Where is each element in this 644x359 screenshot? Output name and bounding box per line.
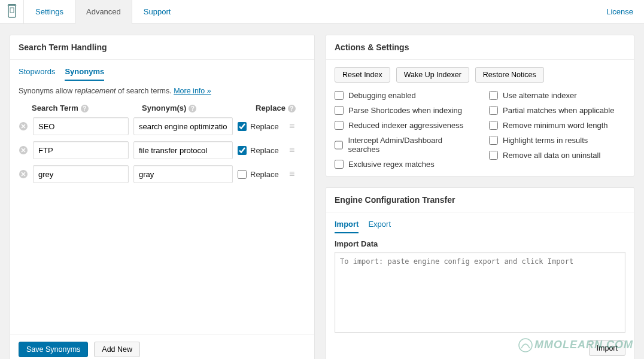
checkbox-label: Highlight terms in results [503, 136, 588, 145]
header-search-term: Search Term [32, 104, 78, 112]
synonyms-description: Synonyms allow replacement of search ter… [19, 87, 306, 95]
synonym-row: Replace ≡ [19, 117, 306, 135]
checkbox-reduced-aggressiveness[interactable] [335, 121, 344, 130]
engine-panel-title: Engine Configuration Transfer [326, 188, 634, 212]
header-replace: Replace [256, 104, 285, 112]
desc-suffix: of search terms. [116, 87, 174, 95]
search-panel-title: Search Term Handling [10, 35, 314, 60]
nav-license-link[interactable]: License [596, 7, 644, 16]
delete-row-icon[interactable] [19, 121, 28, 131]
replace-checkbox[interactable] [238, 170, 247, 179]
app-logo [0, 0, 24, 24]
add-new-button[interactable]: Add New [94, 342, 140, 357]
checkbox-remove-min-word[interactable] [489, 121, 498, 130]
nav-tab-settings[interactable]: Settings [24, 0, 75, 23]
delete-row-icon[interactable] [19, 169, 28, 179]
synonym-input[interactable] [133, 141, 233, 159]
nav-tab-advanced[interactable]: Advanced [75, 0, 132, 23]
checkbox-label: Use alternate indexer [503, 91, 577, 100]
checkbox-partial-matches[interactable] [489, 106, 498, 115]
actions-settings-panel: Actions & Settings Reset Index Wake Up I… [326, 35, 634, 177]
subtab-synonyms[interactable]: Synonyms [65, 67, 104, 81]
checkbox-label: Remove all data on uninstall [503, 151, 600, 160]
import-textarea[interactable] [335, 252, 625, 333]
checkbox-label: Remove minimum word length [503, 121, 608, 130]
replace-checkbox[interactable] [238, 146, 247, 155]
synonym-row: Replace ≡ [19, 141, 306, 159]
checkbox-alternate-indexer[interactable] [489, 91, 498, 100]
checkbox-debugging[interactable] [335, 91, 344, 100]
checkbox-label: Parse Shortcodes when indexing [348, 106, 462, 115]
drag-handle-icon[interactable]: ≡ [289, 123, 299, 129]
replace-checkbox[interactable] [238, 122, 247, 131]
checkbox-exclusive-regex[interactable] [335, 160, 344, 169]
checkbox-parse-shortcodes[interactable] [335, 106, 344, 115]
search-term-panel: Search Term Handling Stopwords Synonyms … [10, 35, 315, 359]
drag-handle-icon[interactable]: ≡ [289, 147, 299, 153]
drag-handle-icon[interactable]: ≡ [289, 171, 299, 177]
engine-config-panel: Engine Configuration Transfer Import Exp… [326, 187, 634, 359]
nav-tab-support[interactable]: Support [132, 0, 183, 23]
checkbox-label: Partial matches when applicable [503, 106, 614, 115]
subtab-import[interactable]: Import [335, 220, 359, 233]
checkbox-highlight-terms[interactable] [489, 136, 498, 145]
help-icon[interactable]: ? [288, 105, 296, 112]
svg-rect-1 [10, 8, 14, 13]
more-info-link[interactable]: More info » [174, 87, 211, 95]
checkbox-label: Reduced indexer aggressiveness [348, 121, 463, 130]
svg-point-5 [519, 339, 532, 352]
subtab-stopwords[interactable]: Stopwords [19, 67, 55, 81]
replace-label: Replace [250, 170, 279, 179]
checkbox-label: Intercept Admin/Dashboard searches [348, 136, 471, 154]
header-synonyms: Synonym(s) [142, 104, 186, 112]
help-icon[interactable]: ? [189, 105, 196, 112]
replace-label: Replace [250, 146, 279, 155]
synonym-row: Replace ≡ [19, 165, 306, 183]
subtab-export[interactable]: Export [368, 220, 391, 233]
search-term-input[interactable] [33, 165, 129, 183]
search-term-input[interactable] [33, 141, 129, 159]
actions-panel-title: Actions & Settings [326, 35, 634, 60]
restore-notices-button[interactable]: Restore Notices [475, 67, 544, 83]
checkbox-label: Exclusive regex matches [348, 160, 435, 169]
save-synonyms-button[interactable]: Save Synonyms [19, 342, 88, 357]
search-term-input[interactable] [33, 117, 129, 135]
replace-label: Replace [250, 122, 279, 131]
synonym-input[interactable] [133, 117, 233, 135]
synonym-input[interactable] [133, 165, 233, 183]
reset-index-button[interactable]: Reset Index [335, 67, 390, 83]
delete-row-icon[interactable] [19, 145, 28, 155]
import-data-label: Import Data [335, 239, 625, 248]
checkbox-intercept-admin[interactable] [335, 141, 343, 150]
svg-rect-0 [8, 5, 16, 17]
desc-em: replacement [75, 87, 116, 95]
watermark: MMOLEARN.COM [518, 337, 633, 353]
wake-up-indexer-button[interactable]: Wake Up Indexer [396, 67, 469, 83]
checkbox-label: Debugging enabled [348, 91, 416, 100]
help-icon[interactable]: ? [81, 105, 89, 112]
desc-prefix: Synonyms allow [19, 87, 75, 95]
checkbox-remove-data-uninstall[interactable] [489, 151, 498, 160]
